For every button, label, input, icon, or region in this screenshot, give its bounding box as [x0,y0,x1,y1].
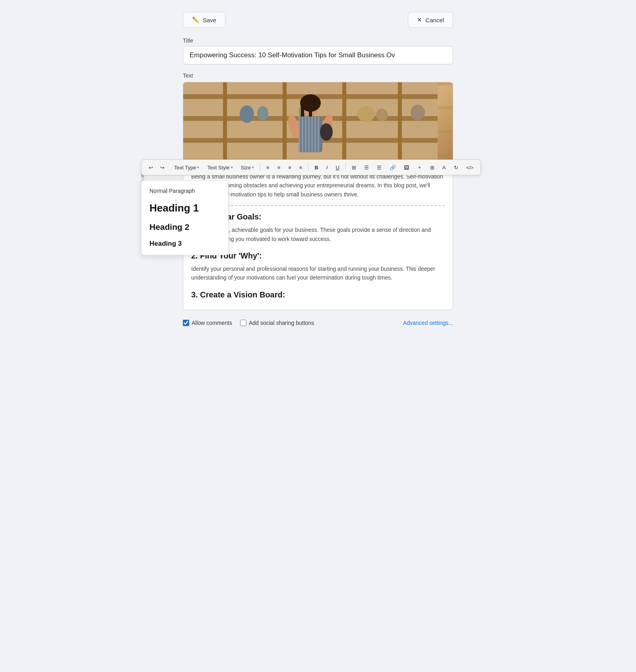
divider-1 [191,205,445,206]
image-button[interactable]: 🖼 [401,163,412,172]
svg-point-13 [376,109,388,121]
add-button[interactable]: ＋ [414,162,425,173]
toolbar: ↩ ↪ Text Type ▾ Text Style ▾ Size ▾ ≡ ≡ … [141,159,481,175]
table-button[interactable]: ⊞ [427,163,438,172]
toolbar-sep-1 [260,163,260,172]
toolbar-sep-3 [345,163,346,172]
allow-comments-label: Allow comments [192,320,232,326]
editor-image [183,82,453,166]
cancel-label: Cancel [425,17,444,23]
svg-point-12 [357,106,375,122]
numbered-list-button[interactable]: ☰ [374,163,385,172]
undo-button[interactable]: ↩ [145,163,156,172]
pencil-icon: ✏️ [192,16,200,23]
svg-rect-8 [398,82,402,166]
bottom-bar: Allow comments Add social sharing button… [183,317,453,329]
size-dropdown-button[interactable]: Size ▾ [238,163,257,173]
allow-comments-checkbox[interactable] [183,320,189,326]
size-label: Size [241,165,251,171]
social-sharing-item[interactable]: Add social sharing buttons [240,320,314,326]
svg-point-10 [257,106,268,120]
svg-rect-26 [318,117,319,152]
text-type-dropdown-menu: Normal Paragraph Heading 1 Heading 2 Hea… [141,180,229,255]
allow-comments-item[interactable]: Allow comments [183,320,232,326]
align-center-button[interactable]: ≡ [274,163,284,172]
editor-outer: ↩ ↪ Text Type ▾ Text Style ▾ Size ▾ ≡ ≡ … [183,82,453,310]
redo-button[interactable]: ↪ [157,163,168,172]
top-bar: ✏️ Save ✕ Cancel [183,12,453,28]
text-style-dropdown-button[interactable]: Text Style ▾ [204,163,236,173]
toolbar-sep-2 [308,163,308,172]
editor-image-inner [183,82,453,166]
svg-rect-23 [308,117,310,152]
align-justify-button[interactable]: ≡ [296,163,306,172]
text-type-chevron-icon: ▾ [197,165,199,169]
svg-rect-7 [342,82,346,166]
text-style-label: Text Style [207,165,229,171]
underline-button[interactable]: U [332,163,342,172]
social-sharing-checkbox[interactable] [240,320,246,326]
svg-rect-6 [283,82,287,166]
social-sharing-label: Add social sharing buttons [249,320,314,326]
svg-rect-21 [302,117,303,152]
checkbox-group: Allow comments Add social sharing button… [183,320,314,326]
dropdown-item-h2[interactable]: Heading 2 [142,218,228,236]
dropdown-item-h3[interactable]: Heading 3 [142,236,228,252]
svg-point-14 [411,105,425,120]
svg-rect-22 [305,117,306,152]
link-button[interactable]: 🔗 [386,163,399,172]
save-button[interactable]: ✏️ Save [183,12,225,28]
undo-redo-group: ↩ ↪ [145,163,168,172]
text-type-dropdown-button[interactable]: Text Type ▾ [171,163,202,173]
section3-heading: 3. Create a Vision Board: [191,290,445,299]
dropdown-item-h1[interactable]: Heading 1 [142,198,228,218]
italic-button[interactable]: I [323,163,331,172]
section1-body: Define specific, achievable goals for yo… [191,225,445,243]
section1-heading: 1. Set Clear Goals: [191,212,445,221]
title-input[interactable] [183,46,453,64]
rotate-button[interactable]: ↻ [451,163,461,172]
section2-heading: 2. Find Your 'Why': [191,251,445,260]
svg-rect-25 [314,117,316,152]
svg-rect-5 [223,82,227,166]
bullet-list-button[interactable]: ☰ [361,163,372,172]
text-type-label: Text Type [174,165,196,171]
align-left-button[interactable]: ≡ [263,163,273,172]
align-right-button[interactable]: ≡ [285,163,295,172]
svg-point-9 [240,105,254,123]
text-field-label: Text [183,72,453,79]
embed-button[interactable]: ⊞ [349,163,359,172]
dropdown-item-normal[interactable]: Normal Paragraph [142,184,228,198]
section2-body: Identify your personal and professional … [191,264,445,282]
cancel-button[interactable]: ✕ Cancel [408,12,453,28]
size-chevron-icon: ▾ [252,165,254,169]
x-icon: ✕ [417,16,422,23]
save-label: Save [203,17,216,23]
shelf-background-svg [183,82,438,166]
font-color-button[interactable]: A [439,163,449,172]
intro-paragraph: Being a small business owner is a reward… [191,172,445,199]
advanced-settings-link[interactable]: Advanced settings... [403,320,453,326]
svg-point-29 [320,123,333,141]
text-style-chevron-icon: ▾ [231,165,233,169]
svg-rect-24 [311,117,313,152]
code-button[interactable]: </> [463,163,477,172]
bold-button[interactable]: B [311,163,321,172]
title-field-label: Title [183,37,453,44]
